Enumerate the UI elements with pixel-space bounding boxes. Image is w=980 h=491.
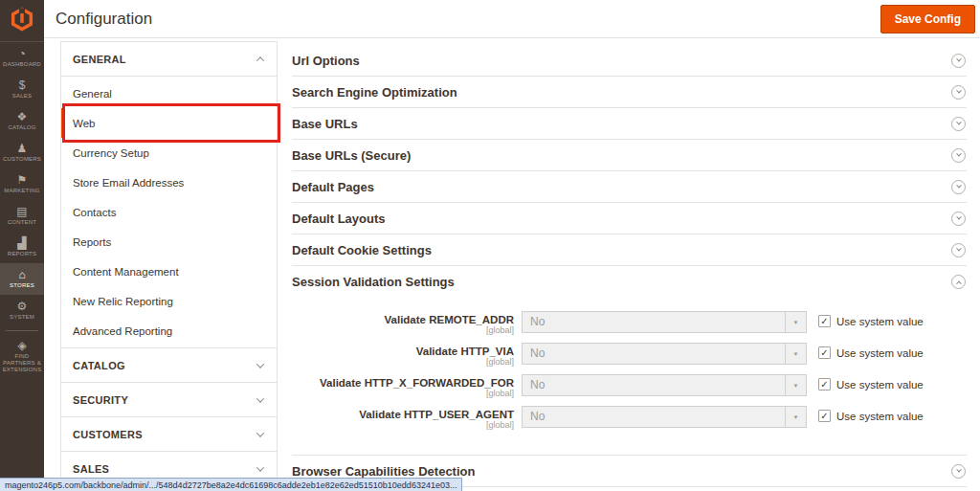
sidebar-item-label: SALES [12, 93, 32, 100]
config-nav-item-label: Contacts [73, 207, 116, 218]
sidebar-item-catalog[interactable]: ❖CATALOG [0, 105, 44, 137]
use-system-value-group[interactable]: ✓Use system value [818, 311, 924, 327]
sidebar-item-system[interactable]: ⚙SYSTEM [0, 295, 44, 326]
select-value: No [523, 344, 785, 364]
accordion-section-title: Default Cookie Settings [292, 243, 432, 257]
select-arrow: ▼ [785, 344, 806, 364]
config-nav-item-label: New Relic Reporting [73, 296, 173, 307]
use-system-value-label: Use system value [836, 347, 924, 359]
expand-circle-icon[interactable] [951, 148, 966, 163]
expand-circle-icon[interactable] [951, 464, 966, 479]
sidebar-item-customers[interactable]: ♟CUSTOMERS [0, 137, 44, 168]
sidebar-item-marketing[interactable]: ⚑MARKETING [0, 168, 44, 200]
select-value: No [523, 375, 785, 395]
chevron-down-icon [956, 56, 962, 62]
use-system-value-checkbox[interactable]: ✓ [818, 378, 831, 391]
accordion-section-search-engine-optimization[interactable]: Search Engine Optimization [292, 77, 967, 108]
field-label-text: Validate HTTP_X_FORWARDED_FOR [292, 377, 514, 389]
accordion-section-default-cookie-settings[interactable]: Default Cookie Settings [292, 234, 967, 266]
field-label: Validate HTTP_USER_AGENT[global] [292, 406, 514, 430]
use-system-value-checkbox[interactable]: ✓ [818, 346, 831, 359]
field-select-validate-http-x-forwarded-for[interactable]: No▼ [522, 374, 807, 396]
config-nav-item-new-relic-reporting[interactable]: New Relic Reporting [61, 286, 277, 316]
use-system-value-group[interactable]: ✓Use system value [818, 406, 924, 422]
field-row-validate-http-user-agent: Validate HTTP_USER_AGENT[global]No▼✓Use … [292, 406, 967, 430]
use-system-value-checkbox[interactable]: ✓ [818, 410, 831, 422]
field-select-validate-http-user-agent[interactable]: No▼ [522, 406, 807, 428]
page-header: Configuration Save Config [44, 0, 980, 38]
caret-down-icon: ▼ [793, 383, 799, 389]
expand-circle-icon[interactable] [951, 117, 966, 131]
accordion-section-url-options[interactable]: Url Options [292, 41, 967, 77]
config-nav-header-catalog[interactable]: CATALOG [61, 348, 277, 382]
config-nav-item-web[interactable]: Web [61, 108, 277, 138]
accordion-section-base-urls-secure[interactable]: Base URLs (Secure) [292, 140, 967, 171]
config-nav-item-contacts[interactable]: Contacts [61, 197, 277, 227]
accordion-section-default-layouts[interactable]: Default Layouts [292, 203, 967, 234]
config-nav-item-label: General [73, 88, 112, 100]
config-nav-items: GeneralWebCurrency SetupStore Email Addr… [61, 76, 277, 347]
config-nav-item-label: Store Email Addresses [73, 177, 184, 189]
config-nav-section-customers: CUSTOMERS [61, 416, 277, 451]
use-system-value-group[interactable]: ✓Use system value [818, 343, 924, 359]
magento-logo[interactable] [0, 0, 44, 42]
expand-circle-icon[interactable] [951, 212, 966, 226]
content: GENERALGeneralWebCurrency SetupStore Ema… [44, 38, 980, 491]
config-nav-header-customers[interactable]: CUSTOMERS [61, 417, 277, 451]
sidebar-item-find-partners-extensions[interactable]: ◈FIND PARTNERS & EXTENSIONS [0, 335, 44, 377]
accordion-section-title: Base URLs (Secure) [292, 148, 411, 163]
expand-circle-icon[interactable] [951, 180, 966, 194]
accordion-section-title: Search Engine Optimization [292, 85, 457, 100]
accordion-section-default-pages[interactable]: Default Pages [292, 171, 967, 203]
customers-icon: ♟ [17, 143, 28, 154]
field-select-validate-http-via[interactable]: No▼ [522, 343, 807, 365]
sidebar-item-content[interactable]: ▤CONTENT [0, 200, 44, 232]
sidebar-item-label: CATALOG [8, 124, 35, 131]
field-scope-label: [global] [292, 357, 514, 367]
admin-menu: ◔DASHBOARD$SALES❖CATALOG♟CUSTOMERS⚑MARKE… [0, 42, 44, 377]
config-nav-section-general: GENERALGeneralWebCurrency SetupStore Ema… [61, 42, 277, 347]
accordion-section-title: Browser Capabilities Detection [292, 464, 475, 479]
config-nav-item-advanced-reporting[interactable]: Advanced Reporting [61, 316, 277, 346]
sidebar-item-dashboard[interactable]: ◔DASHBOARD [0, 42, 44, 74]
field-label-text: Validate HTTP_VIA [292, 346, 514, 357]
config-nav-header-general[interactable]: GENERAL [61, 42, 277, 76]
field-row-validate-http-x-forwarded-for: Validate HTTP_X_FORWARDED_FOR[global]No▼… [292, 374, 967, 398]
accordion-section-base-urls[interactable]: Base URLs [292, 108, 967, 140]
sidebar-item-stores[interactable]: ⌂STORES [0, 263, 44, 295]
chevron-down-icon [256, 463, 264, 471]
config-nav-item-store-email-addresses[interactable]: Store Email Addresses [61, 167, 277, 197]
use-system-value-group[interactable]: ✓Use system value [818, 374, 924, 391]
sidebar-item-label: MARKETING [4, 188, 39, 194]
sidebar-item-reports[interactable]: ▟REPORTS [0, 232, 44, 263]
accordion-section-title: Default Pages [292, 180, 374, 194]
collapse-circle-icon[interactable] [951, 275, 966, 289]
save-config-button[interactable]: Save Config [880, 5, 975, 33]
expand-circle-icon[interactable] [951, 243, 966, 257]
select-value: No [523, 407, 785, 427]
magento-admin-window: ◔DASHBOARD$SALES❖CATALOG♟CUSTOMERS⚑MARKE… [0, 0, 980, 491]
field-label: Validate REMOTE_ADDR[global] [292, 311, 514, 335]
sidebar-item-label: SYSTEM [10, 314, 34, 321]
accordion-section-session-validation-settings[interactable]: Session Validation Settings [292, 266, 967, 298]
config-nav: GENERALGeneralWebCurrency SetupStore Ema… [60, 41, 278, 491]
config-nav-item-currency-setup[interactable]: Currency Setup [61, 138, 277, 167]
field-select-validate-remote-addr[interactable]: No▼ [522, 311, 807, 333]
field-label-text: Validate HTTP_USER_AGENT [292, 409, 514, 420]
config-nav-item-general[interactable]: General [61, 78, 277, 108]
config-nav-item-content-management[interactable]: Content Management [61, 257, 277, 286]
use-system-value-checkbox[interactable]: ✓ [818, 315, 831, 327]
chevron-up-icon [256, 56, 264, 64]
chevron-down-icon [956, 214, 962, 220]
config-nav-header-security[interactable]: SECURITY [61, 383, 277, 416]
sales-icon: $ [19, 79, 26, 91]
config-nav-item-label: Web [73, 118, 95, 129]
sidebar-item-label: CONTENT [8, 219, 36, 226]
expand-circle-icon[interactable] [951, 54, 966, 68]
config-nav-item-reports[interactable]: Reports [61, 227, 277, 257]
use-system-value-label: Use system value [836, 379, 924, 391]
accordion-section-title: Url Options [292, 54, 360, 68]
magento-logo-icon [10, 7, 34, 35]
sidebar-item-sales[interactable]: $SALES [0, 74, 44, 105]
expand-circle-icon[interactable] [951, 85, 966, 100]
